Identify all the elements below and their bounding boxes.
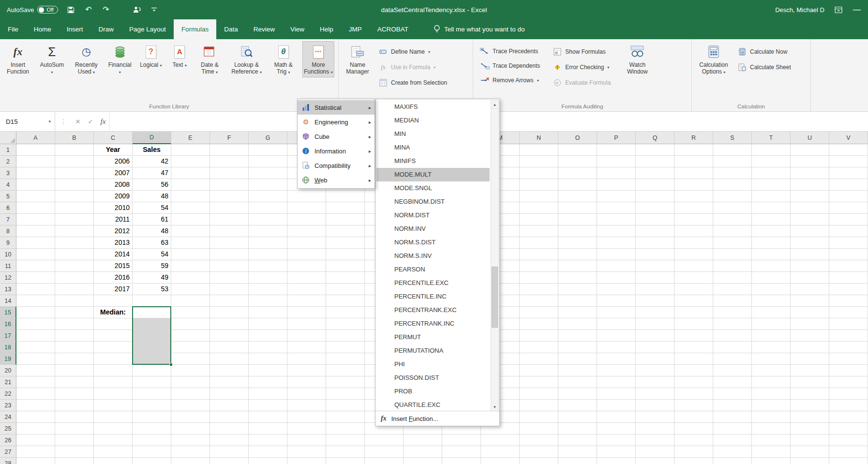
cell-C22[interactable] bbox=[94, 388, 133, 400]
cell-T4[interactable] bbox=[752, 179, 791, 191]
cell-N12[interactable] bbox=[520, 272, 558, 284]
row-header-3[interactable]: 3 bbox=[0, 167, 16, 179]
user-sync-icon[interactable] bbox=[133, 4, 141, 15]
cell-U12[interactable] bbox=[791, 272, 829, 284]
column-header-S[interactable]: S bbox=[713, 132, 752, 144]
submenu-item-mina[interactable]: MINA bbox=[376, 141, 490, 154]
cell-Q22[interactable] bbox=[636, 388, 674, 400]
cell-C20[interactable] bbox=[94, 365, 133, 376]
cell-O9[interactable] bbox=[558, 237, 597, 249]
cell-A9[interactable] bbox=[16, 237, 55, 249]
cell-S15[interactable] bbox=[713, 307, 752, 318]
tab-home[interactable]: Home bbox=[26, 19, 59, 39]
cell-G28[interactable] bbox=[249, 458, 287, 464]
cell-G24[interactable] bbox=[249, 411, 287, 423]
cell-I27[interactable] bbox=[326, 446, 365, 458]
cell-M27[interactable] bbox=[481, 446, 520, 458]
cell-G23[interactable] bbox=[249, 400, 287, 411]
cell-P25[interactable] bbox=[597, 423, 636, 434]
cell-P11[interactable] bbox=[597, 260, 636, 272]
cell-U10[interactable] bbox=[791, 249, 829, 260]
cell-P26[interactable] bbox=[597, 434, 636, 446]
cell-A3[interactable] bbox=[16, 167, 55, 179]
cell-O1[interactable] bbox=[558, 144, 597, 156]
cell-A1[interactable] bbox=[16, 144, 55, 156]
cell-C19[interactable] bbox=[94, 353, 133, 365]
cell-D5[interactable]: 48 bbox=[133, 191, 171, 202]
cell-E13[interactable] bbox=[171, 284, 210, 295]
cell-S9[interactable] bbox=[713, 237, 752, 249]
cell-N9[interactable] bbox=[520, 237, 558, 249]
submenu-item-percentile-inc[interactable]: PERCENTILE.INC bbox=[376, 290, 490, 303]
cell-H16[interactable] bbox=[287, 318, 326, 330]
tell-me-box[interactable]: Tell me what you want to do bbox=[434, 19, 525, 39]
cell-P18[interactable] bbox=[597, 342, 636, 353]
tab-page-layout[interactable]: Page Layout bbox=[121, 19, 174, 39]
cell-R14[interactable] bbox=[674, 295, 713, 307]
cell-D20[interactable] bbox=[133, 365, 171, 376]
cell-B27[interactable] bbox=[55, 446, 94, 458]
submenu-item-minifs[interactable]: MINIFS bbox=[376, 154, 490, 168]
cell-N2[interactable] bbox=[520, 156, 558, 167]
cell-V26[interactable] bbox=[829, 434, 868, 446]
cell-I7[interactable] bbox=[326, 214, 365, 225]
cell-I16[interactable] bbox=[326, 318, 365, 330]
cell-A5[interactable] bbox=[16, 191, 55, 202]
cell-R8[interactable] bbox=[674, 225, 713, 237]
cell-L26[interactable] bbox=[442, 434, 481, 446]
cell-A11[interactable] bbox=[16, 260, 55, 272]
cell-V6[interactable] bbox=[829, 202, 868, 214]
cell-A6[interactable] bbox=[16, 202, 55, 214]
cell-D13[interactable]: 53 bbox=[133, 284, 171, 295]
cell-O28[interactable] bbox=[558, 458, 597, 464]
cell-T27[interactable] bbox=[752, 446, 791, 458]
cell-F6[interactable] bbox=[210, 202, 249, 214]
cell-P9[interactable] bbox=[597, 237, 636, 249]
save-icon[interactable] bbox=[67, 4, 75, 15]
cell-E21[interactable] bbox=[171, 376, 210, 388]
cell-T19[interactable] bbox=[752, 353, 791, 365]
cell-V4[interactable] bbox=[829, 179, 868, 191]
cell-E12[interactable] bbox=[171, 272, 210, 284]
cell-I11[interactable] bbox=[326, 260, 365, 272]
cell-B14[interactable] bbox=[55, 295, 94, 307]
column-header-F[interactable]: F bbox=[210, 132, 249, 144]
cell-C27[interactable] bbox=[94, 446, 133, 458]
cell-S22[interactable] bbox=[713, 388, 752, 400]
cell-E19[interactable] bbox=[171, 353, 210, 365]
ribbon-display-options-icon[interactable] bbox=[834, 4, 843, 15]
cell-I18[interactable] bbox=[326, 342, 365, 353]
cell-S2[interactable] bbox=[713, 156, 752, 167]
cell-T22[interactable] bbox=[752, 388, 791, 400]
row-header-2[interactable]: 2 bbox=[0, 156, 16, 167]
menu-item-compatibility[interactable]: Compatibility▸ bbox=[298, 158, 374, 173]
cell-R24[interactable] bbox=[674, 411, 713, 423]
dropdown-arrow-icon[interactable]: ▾ bbox=[537, 78, 539, 83]
row-header-17[interactable]: 17 bbox=[0, 330, 16, 342]
cell-F19[interactable] bbox=[210, 353, 249, 365]
cell-U18[interactable] bbox=[791, 342, 829, 353]
cell-B13[interactable] bbox=[55, 284, 94, 295]
cell-F14[interactable] bbox=[210, 295, 249, 307]
cell-B2[interactable] bbox=[55, 156, 94, 167]
submenu-scrollbar[interactable]: ▲ ▼ bbox=[491, 100, 499, 411]
cell-Q6[interactable] bbox=[636, 202, 674, 214]
cell-B18[interactable] bbox=[55, 342, 94, 353]
cell-E4[interactable] bbox=[171, 179, 210, 191]
row-header-22[interactable]: 22 bbox=[0, 388, 16, 400]
cell-E3[interactable] bbox=[171, 167, 210, 179]
cell-C14[interactable] bbox=[94, 295, 133, 307]
cell-E9[interactable] bbox=[171, 237, 210, 249]
cell-F26[interactable] bbox=[210, 434, 249, 446]
cell-G1[interactable] bbox=[249, 144, 287, 156]
trace-dependents-button[interactable]: Trace Dependents bbox=[480, 62, 540, 69]
cell-V12[interactable] bbox=[829, 272, 868, 284]
cell-F5[interactable] bbox=[210, 191, 249, 202]
cell-H11[interactable] bbox=[287, 260, 326, 272]
column-header-C[interactable]: C bbox=[94, 132, 133, 144]
row-header-10[interactable]: 10 bbox=[0, 249, 16, 260]
trace-precedents-button[interactable]: Trace Precedents bbox=[480, 48, 540, 55]
cell-C4[interactable]: 2008 bbox=[94, 179, 133, 191]
cell-S5[interactable] bbox=[713, 191, 752, 202]
cell-R22[interactable] bbox=[674, 388, 713, 400]
